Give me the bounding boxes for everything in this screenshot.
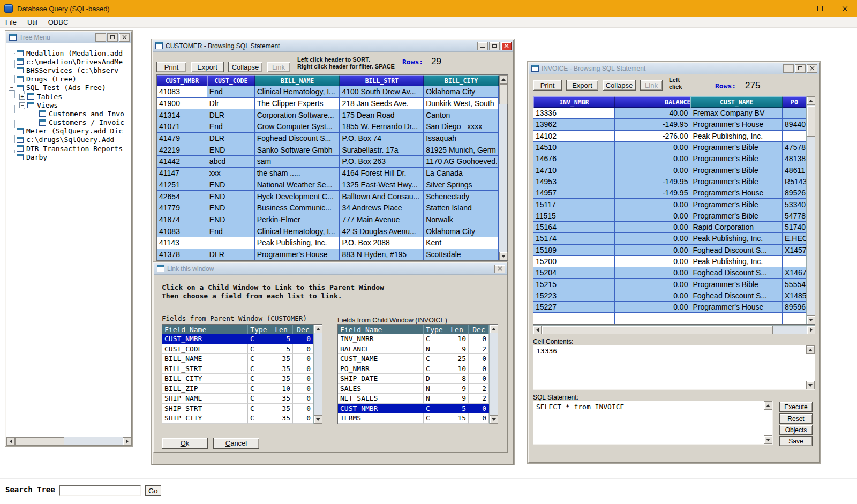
cell-field-name[interactable]: SHIP_CITY — [162, 413, 248, 424]
cell-field-name[interactable]: BILL_ZIP — [162, 384, 248, 394]
table-row[interactable]: 13336 40.00 Fremax Company BV — [533, 108, 806, 119]
cell-len[interactable]: 10 — [269, 384, 293, 394]
field-row[interactable]: TERMS C 15 0 — [338, 413, 489, 424]
field-row[interactable]: SHIP_NAME C 35 0 — [162, 394, 313, 404]
cell-type[interactable]: C — [248, 404, 269, 414]
cell-balance[interactable]: 0.00 — [615, 302, 691, 313]
scroll-right-button[interactable] — [807, 326, 815, 334]
cell-bill-name[interactable]: Hyck Development C... — [255, 191, 340, 202]
cell-dec[interactable]: 0 — [293, 354, 313, 364]
cell-balance[interactable]: -276.00 — [615, 131, 691, 142]
cell-bill-name[interactable]: Clinical Hematology, I... — [255, 86, 340, 98]
cell-inv-nmbr[interactable]: 15215 — [533, 279, 615, 290]
cell-field-name[interactable]: CUST_NAME — [338, 354, 424, 364]
cell-balance[interactable]: 0.00 — [615, 256, 691, 267]
cell-inv-nmbr[interactable]: 11515 — [533, 210, 615, 222]
tree-item[interactable]: Meter (SqlQuery.add Dic — [6, 127, 131, 136]
invoice-titlebar[interactable]: INVOICE - Browsing SQL Statement — [529, 63, 819, 74]
column-header-field-name[interactable]: Field Name — [338, 325, 424, 334]
column-header-field-name[interactable]: Field Name — [162, 325, 248, 334]
cell-bill-name[interactable]: the sham ..... — [255, 168, 340, 179]
cell-dec[interactable]: 0 — [469, 374, 489, 384]
cell-bill-strt[interactable]: 777 Main Avenue — [340, 214, 424, 226]
cell-cust-code[interactable]: DLR — [207, 133, 255, 145]
cell-dec[interactable]: 0 — [469, 364, 489, 374]
menu-item[interactable]: ODBC — [43, 17, 74, 27]
tree-item[interactable]: − SQL Test (Ads Free) — [6, 84, 131, 92]
cell-bill-strt[interactable]: Surabellastr. 17a — [340, 144, 424, 156]
print-button[interactable]: Print — [156, 62, 186, 72]
cell-po-nmbr[interactable]: 895260 — [783, 187, 806, 199]
column-header-bill-city[interactable]: BILL_CITY — [424, 75, 499, 86]
cell-po-nmbr[interactable]: 55554 — [783, 279, 806, 290]
cell-type[interactable]: N — [424, 384, 445, 394]
cell-field-name[interactable]: SHIP_DATE — [338, 374, 424, 384]
cell-len[interactable]: 9 — [445, 384, 469, 394]
cell-contents-box[interactable]: 13336 — [533, 345, 815, 390]
cell-cust-nmbr[interactable]: 41083 — [157, 225, 207, 237]
cell-bill-name[interactable]: Peak Publishing, Inc. — [255, 237, 340, 249]
cell-bill-strt[interactable]: 34 Andrews Place — [340, 202, 424, 214]
cell-cust-code[interactable]: END — [207, 214, 255, 226]
tree-item[interactable]: c:\medalion\DrivesAndMe — [6, 57, 131, 66]
tree-item[interactable]: Medallion (Medalion.add — [6, 49, 131, 57]
scroll-down-button[interactable] — [806, 381, 815, 389]
cell-cust-nmbr[interactable]: 41378 — [157, 249, 207, 260]
cell-type[interactable]: C — [424, 354, 445, 364]
cell-cust-nmbr[interactable]: 41251 — [157, 179, 207, 191]
cell-len[interactable]: 8 — [445, 374, 469, 384]
cell-dec[interactable]: 0 — [469, 413, 489, 424]
field-row[interactable]: CUST_NMBR C 5 0 — [162, 334, 313, 344]
tree-item[interactable]: − Views — [6, 101, 131, 109]
cell-po-nmbr[interactable]: 895968 — [783, 302, 806, 313]
cell-type[interactable]: C — [248, 384, 269, 394]
scrollbar-thumb[interactable] — [499, 84, 508, 104]
cell-bill-name[interactable]: Crow Computer Syst... — [255, 121, 340, 133]
search-tree-input[interactable] — [59, 485, 141, 496]
column-header-dec[interactable]: Dec — [469, 325, 489, 334]
cell-bill-city[interactable]: Schenectady — [424, 191, 499, 202]
vertical-scrollbar[interactable] — [489, 325, 498, 424]
cell-inv-nmbr[interactable]: 14710 — [533, 164, 615, 176]
scroll-up-button[interactable] — [490, 325, 498, 333]
cell-po-nmbr[interactable] — [783, 108, 806, 119]
link-dialog-titlebar[interactable]: Link this window — [154, 263, 507, 275]
cell-inv-nmbr[interactable]: 15227 — [533, 302, 615, 313]
maximize-button[interactable] — [107, 33, 118, 42]
field-row[interactable]: INV_NMBR C 10 0 — [338, 334, 489, 344]
cell-bill-city[interactable]: Norwalk — [424, 214, 499, 226]
close-button[interactable] — [832, 0, 857, 17]
cell-cust-name[interactable]: Fremax Company BV — [690, 108, 783, 119]
cell-inv-nmbr[interactable]: 15117 — [533, 199, 615, 210]
cell-po-nmbr[interactable]: X14578J — [783, 245, 806, 256]
scroll-up-button[interactable] — [764, 401, 772, 410]
cell-dec[interactable]: 2 — [469, 384, 489, 394]
cell-bill-strt[interactable]: 883 N Hyden, #195 — [340, 249, 424, 260]
cell-inv-nmbr[interactable] — [533, 313, 615, 324]
cell-cust-code[interactable]: End — [207, 225, 255, 237]
close-button[interactable] — [501, 42, 512, 50]
column-header-cust-name[interactable]: CUST_NAME — [690, 96, 783, 108]
table-row[interactable]: 15227 0.00 Programmer's House 895968 — [533, 302, 806, 313]
close-button[interactable] — [807, 64, 817, 73]
cell-field-name[interactable]: PO_NMBR — [338, 364, 424, 374]
scrollbar-thumb[interactable] — [542, 326, 773, 334]
cell-len[interactable]: 35 — [269, 364, 293, 374]
cell-bill-strt[interactable]: 175 Dean Road — [340, 109, 424, 121]
cell-balance[interactable]: 0.00 — [615, 267, 691, 279]
table-row[interactable]: 14710 0.00 Programmer's Bible 48611 — [533, 164, 806, 176]
scrollbar-thumb[interactable] — [15, 437, 64, 445]
cell-type[interactable]: N — [424, 344, 445, 355]
cell-cust-name[interactable]: Foghead Discount S... — [690, 290, 783, 302]
cell-len[interactable]: 15 — [445, 413, 469, 424]
table-row[interactable]: 14102 -276.00 Peak Publishing, Inc. — [533, 131, 806, 142]
scrollbar-thumb[interactable] — [807, 106, 815, 137]
minimize-button[interactable] — [477, 42, 488, 50]
column-header-bill-strt[interactable]: BILL_STRT — [340, 75, 424, 86]
column-header-type[interactable]: Type — [248, 325, 269, 334]
cell-po-nmbr[interactable]: 517404 — [783, 222, 806, 233]
menu-item[interactable]: File — [0, 17, 22, 27]
field-row[interactable]: SALES N 9 2 — [338, 384, 489, 394]
cell-cust-code[interactable] — [207, 237, 255, 249]
cell-bill-city[interactable]: Oklahoma City — [424, 225, 499, 237]
